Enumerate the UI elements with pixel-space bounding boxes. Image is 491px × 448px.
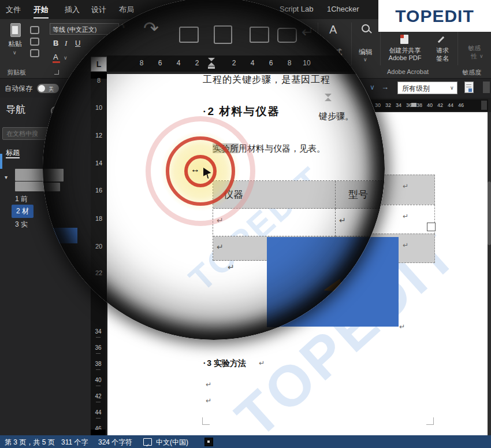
sensitivity-label-2: 性	[460, 52, 489, 61]
find-next-button[interactable]: ∨	[370, 83, 375, 91]
table-header-model: 型号	[348, 188, 368, 201]
font-name-value: 等线 (中文正文)	[53, 25, 96, 34]
nav-heading-item-2-active[interactable]: 2 材	[12, 205, 34, 218]
font-color-caret-icon: ∨	[64, 55, 68, 61]
paste-button[interactable]: 粘贴 ∨	[3, 22, 27, 66]
lens-paragraph-line-2: 键步骤。	[319, 111, 354, 122]
paragraph-mark-icon: ↵	[228, 262, 235, 272]
tab-script-lab[interactable]: Script Lab	[280, 5, 314, 13]
clipboard-dialog-launcher[interactable]	[54, 70, 59, 75]
active-indicator-bar	[0, 154, 2, 169]
toggle-knob	[38, 85, 45, 92]
redacted-heading-block	[43, 183, 60, 191]
autosave-toggle[interactable]: 关	[37, 84, 59, 93]
collapse-heading-icon[interactable]: ▾	[5, 174, 8, 180]
tab-layout[interactable]: 布局	[119, 5, 134, 15]
crop-mark	[426, 417, 434, 425]
clipboard-group-label: 剪贴板	[7, 68, 26, 77]
table-cell[interactable]: 型号	[336, 181, 385, 209]
status-bar: 第 3 页，共 5 页 311 个字 324 个字符 ✓ 中文(中国)	[0, 435, 491, 448]
outline-level-dropdown[interactable]: 所有级别 ∨	[397, 82, 457, 94]
ruler-margin-block	[91, 430, 106, 435]
macro-record-icon[interactable]	[204, 438, 213, 446]
cell-mark-icon: ↵	[217, 242, 224, 251]
language-indicator[interactable]: 中文(中国)	[156, 438, 188, 447]
navigation-title: 导航	[6, 103, 25, 116]
spacing-tool-icon	[250, 27, 269, 43]
word-window: 文件 开始 插入 设计 布局 Script Lab 1Checker TOPED…	[0, 0, 491, 448]
lens-paragraph-line-1: 工程的关键步骤，是基因工程	[203, 74, 330, 86]
editing-label: 编辑	[352, 47, 379, 57]
autosave-label: 自动保存	[5, 84, 32, 94]
redacted-heading-block	[43, 169, 64, 182]
autosave-state: 关	[49, 86, 54, 93]
tab-stop-selector[interactable]: L	[91, 57, 107, 72]
sensitivity-label-1: 敏感	[460, 44, 489, 53]
tab-home[interactable]: 开始	[34, 5, 49, 18]
ruler-right-marker	[481, 101, 487, 110]
lens-heading-2: ▪2 材料与仪器	[203, 104, 280, 119]
nav-heading-item-1[interactable]: 1 前	[15, 194, 28, 204]
underline-button[interactable]: U	[75, 39, 80, 47]
font-color-bar	[53, 61, 60, 63]
paste-label: 粘贴	[3, 39, 27, 49]
paragraph-mark-icon: ↵	[399, 323, 405, 331]
heading-3: ▪3 实验方法	[203, 358, 246, 369]
paste-caret-icon: ∨	[13, 50, 17, 55]
document-edit-icon[interactable]	[464, 82, 474, 93]
border-tool-icon	[179, 27, 199, 43]
heading-bullet-icon: ▪	[203, 108, 206, 114]
outline-level-value: 所有级别	[402, 84, 430, 94]
headings-tab-underline	[6, 157, 20, 158]
paste-tool-icon	[214, 25, 232, 44]
vertical-scrollbar[interactable]	[488, 112, 491, 435]
indent-marker[interactable]	[208, 58, 215, 69]
request-signature-label-2: 签名	[429, 54, 456, 63]
format-painter-icon[interactable]	[30, 49, 39, 57]
proofing-status-icon[interactable]: ✓	[143, 438, 152, 446]
panel-icon-fragment	[483, 82, 490, 93]
copy-icon[interactable]	[30, 38, 39, 46]
adobe-group-label: Adobe Acrobat	[387, 68, 429, 75]
tab-1checker[interactable]: 1Checker	[327, 5, 359, 13]
sensitivity-group-label: 敏感度	[462, 68, 481, 77]
cell-mark-icon: ↵	[403, 182, 408, 190]
redo-icon: ↷	[143, 17, 159, 39]
resize-cursor-icon: ↔	[191, 164, 200, 175]
right-indent-marker[interactable]	[411, 103, 416, 107]
tab-file[interactable]: 文件	[6, 5, 21, 15]
request-signature-label-1: 请求	[429, 46, 456, 55]
paragraph-mark-icon: ↵	[206, 397, 211, 405]
heading-bullet-icon: ▪	[203, 360, 205, 366]
comment-icon	[277, 28, 297, 43]
cell-mark-icon: ↵	[403, 212, 408, 220]
topedit-logo-text: TOPEDIT	[395, 6, 474, 26]
nav-heading-item-3[interactable]: 3 实	[15, 220, 28, 229]
tab-design[interactable]: 设计	[91, 5, 106, 15]
editing-button[interactable]: 编辑 ∨	[352, 22, 379, 66]
outline-level-caret-icon: ∨	[450, 85, 454, 91]
indent-marker[interactable]	[325, 94, 332, 101]
table-resize-handle[interactable]	[427, 223, 436, 231]
word-count[interactable]: 311 个字	[61, 438, 88, 447]
adobe-create-label-1: 创建并共享	[382, 46, 427, 55]
crop-mark	[202, 417, 210, 425]
adobe-pdf-icon	[400, 35, 408, 44]
cell-mark-icon: ↵	[403, 241, 408, 249]
styles-icon: A	[329, 23, 337, 36]
tab-insert[interactable]: 插入	[65, 5, 80, 15]
cut-icon[interactable]	[30, 26, 39, 34]
char-count[interactable]: 324 个字符	[98, 438, 132, 447]
click-ring-inner	[184, 155, 217, 187]
scrollbar-thumb[interactable]	[488, 182, 491, 245]
clipboard-icon	[10, 23, 21, 37]
headings-tab[interactable]: 标题	[6, 148, 20, 158]
paragraph-mark-icon: ↵	[259, 359, 265, 367]
goto-button[interactable]: →	[381, 83, 389, 91]
bold-button[interactable]: B	[53, 39, 58, 47]
topedit-logo: TOPEDIT	[378, 0, 491, 32]
adobe-create-label-2: Adobe PDF	[382, 54, 427, 61]
font-color-button[interactable]: A	[53, 53, 58, 61]
page-indicator[interactable]: 第 3 页，共 5 页	[5, 438, 55, 447]
italic-button[interactable]: I	[65, 39, 67, 48]
